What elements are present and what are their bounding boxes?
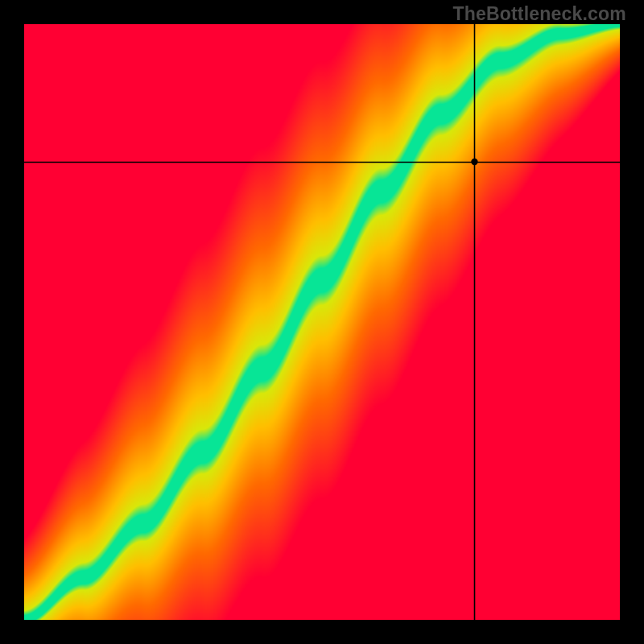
watermark-text: TheBottleneck.com	[452, 3, 626, 25]
chart-frame: TheBottleneck.com	[0, 0, 644, 644]
bottleneck-heatmap	[24, 24, 620, 620]
